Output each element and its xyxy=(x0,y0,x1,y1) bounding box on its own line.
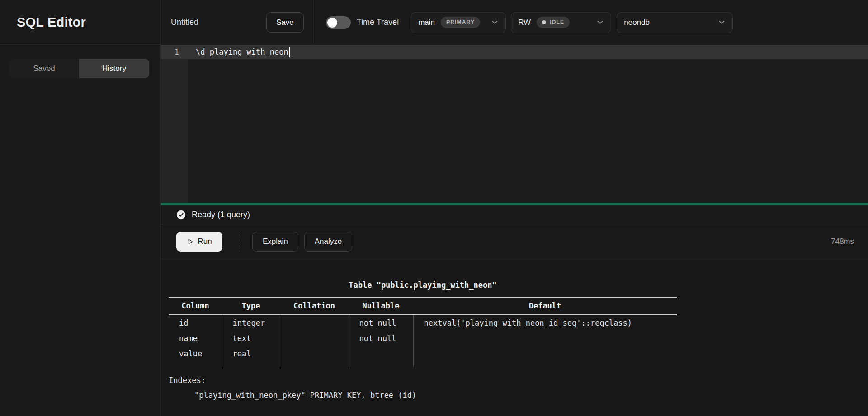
column-header: Collation xyxy=(280,297,349,315)
database-name: neondb xyxy=(624,18,650,27)
chevron-down-icon xyxy=(596,19,604,26)
text-cursor xyxy=(289,47,290,57)
cell xyxy=(280,331,349,346)
active-line[interactable]: 1 \d playing_with_neon xyxy=(161,45,868,59)
branch-name: main xyxy=(418,18,435,27)
indexes-block: Indexes: "playing_with_neon_pkey" PRIMAR… xyxy=(169,373,677,403)
cell: value xyxy=(169,346,222,361)
query-title[interactable]: Untitled xyxy=(171,18,198,27)
topbar-divider xyxy=(313,0,314,45)
branch-select[interactable]: main PRIMARY xyxy=(411,12,506,33)
cell: integer xyxy=(222,315,280,331)
tab-saved[interactable]: Saved xyxy=(9,59,79,78)
run-button[interactable]: Run xyxy=(176,232,222,252)
chevron-down-icon xyxy=(491,19,499,26)
column-header: Type xyxy=(222,297,280,315)
cell xyxy=(280,315,349,331)
cell xyxy=(413,331,677,346)
cell: text xyxy=(222,331,280,346)
column-header: Column xyxy=(169,297,222,315)
cell: name xyxy=(169,331,222,346)
tab-history[interactable]: History xyxy=(79,59,149,78)
time-travel-toggle[interactable] xyxy=(326,16,351,29)
cell: nextval('playing_with_neon_id_seq'::regc… xyxy=(413,315,677,331)
result-table-title: Table "public.playing_with_neon" xyxy=(169,280,677,290)
sql-editor-app: SQL Editor Saved History Untitled Save T… xyxy=(0,0,868,416)
status-bar: Ready (1 query) xyxy=(161,205,868,224)
code-text: \d playing_with_neon xyxy=(196,47,288,56)
play-icon xyxy=(187,238,193,245)
time-travel-label: Time Travel xyxy=(357,18,399,27)
ready-check-icon xyxy=(176,210,186,220)
code-editor[interactable]: 1 \d playing_with_neon xyxy=(161,45,868,203)
line-number-gutter xyxy=(161,45,188,203)
cell: id xyxy=(169,315,222,331)
cell xyxy=(349,346,413,361)
index-definition: "playing_with_neon_pkey" PRIMARY KEY, bt… xyxy=(169,388,677,403)
save-button[interactable]: Save xyxy=(266,12,304,33)
psql-output: Table "public.playing_with_neon" Column … xyxy=(169,280,677,403)
compute-name: RW xyxy=(518,18,531,27)
database-select[interactable]: neondb xyxy=(617,12,733,33)
main-panel: Untitled Save Time Travel main PRIMARY R… xyxy=(161,0,868,416)
result-header-row: Column Type Collation Nullable Default xyxy=(169,297,677,315)
primary-badge: PRIMARY xyxy=(441,17,480,28)
explain-button[interactable]: Explain xyxy=(252,232,298,252)
column-header: Default xyxy=(413,297,677,315)
cell xyxy=(413,346,677,361)
table-row: name text not null xyxy=(169,331,677,346)
compute-status-label: IDLE xyxy=(550,19,564,25)
sidebar: SQL Editor Saved History xyxy=(0,0,161,416)
toggle-knob xyxy=(327,18,337,28)
topbar: Untitled Save Time Travel main PRIMARY R… xyxy=(161,0,868,45)
column-header: Nullable xyxy=(349,297,413,315)
idle-status-dot xyxy=(542,20,546,24)
table-spacer-row xyxy=(169,361,677,367)
query-toolbar: Run Explain Analyze 748ms xyxy=(161,224,868,259)
table-row: id integer not null nextval('playing_wit… xyxy=(169,315,677,331)
compute-status-badge: IDLE xyxy=(537,17,570,28)
indexes-label: Indexes: xyxy=(169,373,677,388)
cell xyxy=(280,346,349,361)
sidebar-header: SQL Editor xyxy=(0,0,160,45)
analyze-button[interactable]: Analyze xyxy=(304,232,352,252)
toolbar-separator xyxy=(239,232,239,252)
status-message: Ready (1 query) xyxy=(192,210,250,220)
run-label: Run xyxy=(198,237,212,246)
cell: not null xyxy=(349,331,413,346)
cell: real xyxy=(222,346,280,361)
page-title: SQL Editor xyxy=(17,15,86,30)
line-number: 1 xyxy=(161,47,188,56)
query-duration: 748ms xyxy=(831,237,854,246)
results-panel: Table "public.playing_with_neon" Column … xyxy=(161,259,868,416)
result-table: Column Type Collation Nullable Default i… xyxy=(169,297,677,367)
chevron-down-icon xyxy=(718,19,726,26)
saved-history-segmented-control: Saved History xyxy=(9,59,149,78)
compute-select[interactable]: RW IDLE xyxy=(511,12,611,33)
cell: not null xyxy=(349,315,413,331)
table-row: value real xyxy=(169,346,677,361)
